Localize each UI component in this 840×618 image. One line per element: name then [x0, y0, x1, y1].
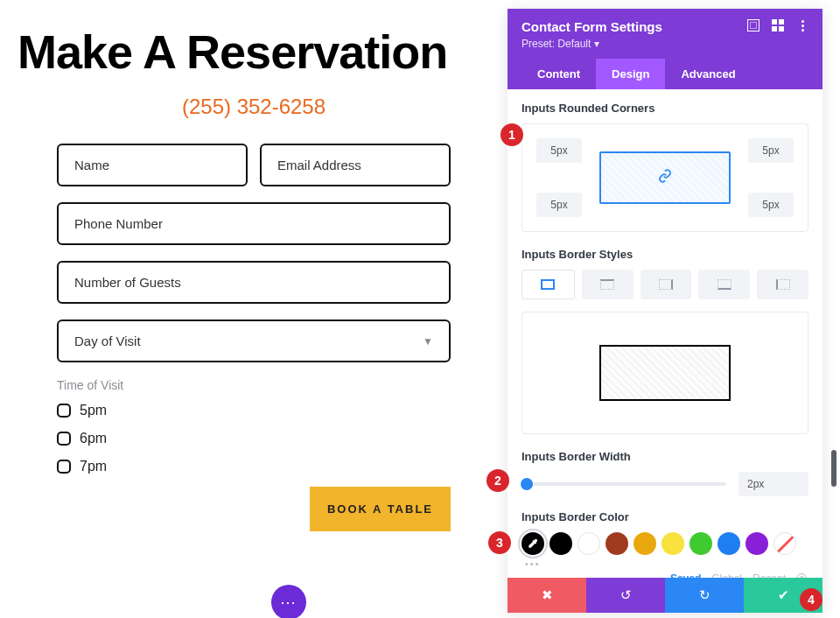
- panel-tabs: Content Design Advanced: [522, 59, 808, 89]
- border-style-all[interactable]: [522, 270, 575, 299]
- annotation-marker: 4: [800, 588, 822, 611]
- grid-icon[interactable]: [772, 19, 784, 32]
- palette-saved[interactable]: Saved: [670, 572, 701, 578]
- section-border-color: Inputs Border Color: [522, 510, 808, 523]
- settings-panel: Contact Form Settings Preset: Default ▾ …: [508, 9, 822, 613]
- panel-title: Contact Form Settings: [522, 19, 662, 34]
- expand-icon[interactable]: [747, 19, 760, 32]
- submit-button[interactable]: BOOK A TABLE: [310, 487, 451, 531]
- tab-content[interactable]: Content: [522, 59, 596, 89]
- annotation-marker: 2: [486, 469, 509, 492]
- section-rounded-corners: Inputs Rounded Corners: [522, 102, 808, 115]
- time-option-label: 6pm: [80, 431, 107, 446]
- fab-more-button[interactable]: ⋯: [271, 585, 306, 618]
- preset-selector[interactable]: Preset: Default ▾: [522, 38, 662, 50]
- more-colors-icon[interactable]: •••: [522, 558, 808, 569]
- phone-number: (255) 352-6258: [18, 95, 490, 119]
- corner-br-input[interactable]: 5px: [748, 193, 794, 217]
- time-option-label: 7pm: [80, 459, 107, 474]
- palette-recent[interactable]: Recent: [752, 572, 786, 578]
- tab-design[interactable]: Design: [596, 59, 665, 89]
- link-icon[interactable]: [658, 169, 672, 186]
- palette-global[interactable]: Global: [711, 572, 742, 578]
- checkbox-icon: [57, 432, 71, 446]
- phone-field[interactable]: Phone Number: [57, 202, 451, 245]
- border-style-bottom[interactable]: [698, 270, 750, 299]
- color-swatch[interactable]: [550, 532, 572, 555]
- corner-preview: [599, 151, 731, 204]
- border-style-right[interactable]: [640, 270, 692, 299]
- email-field[interactable]: Email Address: [260, 144, 451, 186]
- color-swatch-none[interactable]: [774, 532, 796, 555]
- page-canvas: Make A Reservation (255) 352-6258 Name E…: [0, 0, 508, 531]
- rounded-corners-control: 5px 5px 5px 5px: [522, 123, 808, 232]
- undo-button[interactable]: ↺: [586, 578, 665, 613]
- day-select-label: Day of Visit: [74, 334, 141, 348]
- chevron-down-icon: ▼: [423, 335, 433, 348]
- gear-icon[interactable]: [796, 573, 807, 578]
- slider-thumb[interactable]: [521, 478, 533, 490]
- annotation-marker: 1: [500, 123, 523, 146]
- panel-header: Contact Form Settings Preset: Default ▾ …: [508, 9, 822, 89]
- corner-tr-input[interactable]: 5px: [748, 138, 794, 163]
- border-style-buttons: [522, 270, 808, 299]
- color-swatch[interactable]: [662, 532, 684, 555]
- guests-field[interactable]: Number of Guests: [57, 261, 451, 304]
- time-option[interactable]: 6pm: [57, 431, 451, 446]
- section-border-width: Inputs Border Width: [522, 450, 808, 463]
- color-swatch[interactable]: [578, 532, 600, 555]
- checkbox-icon: [57, 460, 71, 474]
- time-option-label: 5pm: [80, 403, 107, 418]
- section-border-styles: Inputs Border Styles: [522, 248, 808, 261]
- panel-footer: ✖ ↺ ↻ ✔: [508, 578, 822, 613]
- border-width-slider[interactable]: [522, 482, 726, 486]
- color-swatch[interactable]: [634, 532, 656, 555]
- redo-button[interactable]: ↻: [665, 578, 744, 613]
- color-swatches: [522, 532, 808, 555]
- tab-advanced[interactable]: Advanced: [665, 59, 751, 89]
- border-width-input[interactable]: 2px: [738, 472, 808, 496]
- corner-bl-input[interactable]: 5px: [536, 193, 582, 217]
- annotation-marker: 3: [488, 531, 511, 554]
- color-swatch[interactable]: [718, 532, 740, 555]
- scrollbar-thumb[interactable]: [831, 450, 836, 487]
- checkbox-icon: [57, 404, 71, 418]
- page-title: Make A Reservation: [18, 25, 490, 79]
- day-select[interactable]: Day of Visit ▼: [57, 320, 451, 362]
- more-icon[interactable]: [796, 19, 808, 32]
- cancel-button[interactable]: ✖: [508, 578, 586, 613]
- name-field[interactable]: Name: [57, 144, 248, 186]
- time-option[interactable]: 5pm: [57, 403, 451, 418]
- border-preview: [522, 312, 808, 434]
- color-swatch[interactable]: [746, 532, 768, 555]
- time-group-label: Time of Visit: [57, 378, 451, 392]
- panel-body: Inputs Rounded Corners 5px 5px 5px 5px I…: [508, 89, 822, 578]
- reservation-form: Name Email Address Phone Number Number o…: [57, 144, 451, 531]
- border-style-top[interactable]: [582, 270, 634, 299]
- time-option[interactable]: 7pm: [57, 459, 451, 474]
- preview-box: [599, 345, 731, 401]
- border-style-left[interactable]: [757, 270, 808, 299]
- color-swatch[interactable]: [606, 532, 628, 555]
- corner-tl-input[interactable]: 5px: [536, 138, 582, 163]
- eyedropper-swatch[interactable]: [522, 532, 544, 555]
- color-swatch[interactable]: [690, 532, 712, 555]
